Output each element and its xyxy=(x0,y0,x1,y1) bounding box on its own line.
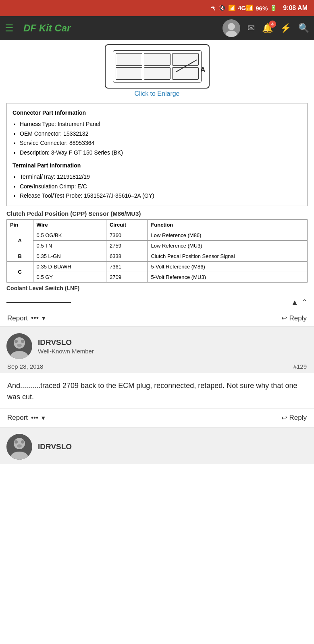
connector-info-item: OEM Connector: 15332132 xyxy=(20,129,302,139)
lightning-icon[interactable]: ⚡ xyxy=(280,23,291,33)
post-action-bar: Report ••• ▾ ↩ Reply xyxy=(0,409,314,427)
function-val: Low Reference (M86) xyxy=(148,230,308,241)
pin-cell-3 xyxy=(172,53,199,66)
report-label[interactable]: Report xyxy=(7,314,28,322)
signal-icon: 4G📶 xyxy=(238,4,254,12)
connector-info-list: Harness Type: Instrument Panel OEM Conne… xyxy=(20,120,302,158)
circuit-val: 2709 xyxy=(106,272,147,283)
wire-val: 0.35 L-GN xyxy=(33,251,106,262)
col-function: Function xyxy=(148,220,308,230)
terminal-info-title: Terminal Part Information xyxy=(12,161,302,171)
battery-icon: 🔋 xyxy=(270,4,277,12)
wifi-icon: 📶 xyxy=(228,4,236,12)
diagram-section: A Click to Enlarge xyxy=(0,40,314,103)
coolant-label: Coolant Level Switch (LNF) xyxy=(6,285,308,291)
reply-btn[interactable]: ↩ Reply xyxy=(281,314,307,322)
reply-btn[interactable]: ↩ Reply xyxy=(281,414,307,422)
mail-icon[interactable]: ✉ xyxy=(247,23,255,33)
post-footer-divider: ▲ ⌃ xyxy=(0,295,314,310)
pin-c: C xyxy=(7,262,33,283)
label-a: A xyxy=(200,66,205,74)
pin-cell-6 xyxy=(172,67,199,80)
bluetooth-icon: ⯲ xyxy=(210,5,216,12)
wire-val: 0.5 GY xyxy=(33,272,106,283)
chevron-up-icon[interactable]: ⌃ xyxy=(302,298,308,307)
circuit-val: 2759 xyxy=(106,241,147,251)
reply-label[interactable]: Reply xyxy=(289,414,307,422)
pin-b: B xyxy=(7,251,33,262)
report-label[interactable]: Report xyxy=(7,414,28,422)
pin-cell-4 xyxy=(116,67,142,80)
notification-badge: 4 xyxy=(269,21,276,28)
hamburger-menu[interactable]: ☰ xyxy=(5,23,14,34)
circuit-val: 7361 xyxy=(106,262,147,272)
first-post-action-bar: Report ••• ▾ ↩ Reply xyxy=(0,310,314,327)
post-username[interactable]: IDRVSLO xyxy=(38,442,72,451)
pin-cell-1 xyxy=(116,53,142,66)
diagram-inner xyxy=(113,50,202,83)
divider-line xyxy=(6,302,71,303)
reply-icon: ↩ xyxy=(281,414,287,422)
report-area[interactable]: Report ••• ▾ xyxy=(7,414,45,422)
reply-icon: ↩ xyxy=(281,314,287,322)
content: A Click to Enlarge Connector Part Inform… xyxy=(0,40,314,464)
post-text: And..........traced 2709 back to the ECM… xyxy=(7,380,307,403)
more-options-btn[interactable]: ••• xyxy=(31,414,38,422)
report-area[interactable]: Report ••• ▾ xyxy=(7,314,46,322)
sensor-label: Clutch Pedal Position (CPP) Sensor (M86/… xyxy=(6,210,308,217)
click-to-enlarge[interactable]: Click to Enlarge xyxy=(134,90,179,97)
post-user-info: IDRVSLO xyxy=(38,442,72,451)
post-user-role: Well-Known Member xyxy=(38,348,94,355)
wire-val: 0.35 D-BU/WH xyxy=(33,262,106,272)
circuit-val: 6338 xyxy=(106,251,147,262)
notification-bell[interactable]: 🔔 4 xyxy=(262,23,273,33)
svg-point-13 xyxy=(21,440,24,444)
avatar[interactable] xyxy=(223,19,240,37)
connector-info-item: Service Connector: 88953364 xyxy=(20,138,302,148)
reply-label[interactable]: Reply xyxy=(289,314,307,322)
circuit-val: 7360 xyxy=(106,230,147,241)
pin-cell-5 xyxy=(144,67,171,80)
terminal-info-item: Core/Insulation Crimp: E/C xyxy=(20,182,302,192)
navbar: ☰ DF Kit Car ✉ 🔔 4 ⚡ 🔍 xyxy=(0,16,314,40)
connector-info-item: Harness Type: Instrument Panel xyxy=(20,120,302,129)
wire-val: 0.5 TN xyxy=(33,241,106,251)
more-options-btn[interactable]: ••• xyxy=(31,314,39,322)
nav-arrow-btns: ▲ ⌃ xyxy=(291,298,308,307)
mute-icon: 🔇 xyxy=(218,4,226,12)
connector-diagram: A xyxy=(105,44,210,89)
status-bar: ⯲ 🔇 📶 4G📶 96% 🔋 9:08 AM xyxy=(0,0,314,16)
up-arrow-btn[interactable]: ▲ xyxy=(291,298,298,307)
third-post-card-partial: IDRVSLO xyxy=(0,427,314,464)
table-row: 0.5 GY 2709 5-Volt Reference (MU3) xyxy=(7,272,308,283)
connector-info-title: Connector Part Information xyxy=(12,108,302,118)
col-pin: Pin xyxy=(7,220,33,230)
search-icon[interactable]: 🔍 xyxy=(298,23,309,33)
post-username[interactable]: IDRVSLO xyxy=(38,338,94,347)
pin-table: Pin Wire Circuit Function A 0.5 OG/BK 73… xyxy=(6,219,308,283)
post-header: IDRVSLO Well-Known Member xyxy=(0,327,314,363)
avatar xyxy=(6,434,32,460)
svg-point-7 xyxy=(21,340,24,343)
post-meta: Sep 28, 2018 #129 xyxy=(0,363,314,373)
table-row: A 0.5 OG/BK 7360 Low Reference (M86) xyxy=(7,230,308,241)
chevron-down-icon[interactable]: ▾ xyxy=(42,314,46,322)
post-user-info: IDRVSLO Well-Known Member xyxy=(38,338,94,355)
svg-point-12 xyxy=(15,440,18,444)
status-icons: ⯲ 🔇 📶 4G📶 96% 🔋 xyxy=(210,4,277,12)
post-number: #129 xyxy=(293,363,307,370)
table-row: B 0.35 L-GN 6338 Clutch Pedal Position S… xyxy=(7,251,308,262)
chevron-down-icon[interactable]: ▾ xyxy=(42,414,45,422)
svg-point-8 xyxy=(17,344,22,347)
post-body: And..........traced 2709 back to the ECM… xyxy=(0,373,314,409)
svg-point-14 xyxy=(17,444,22,448)
battery-level: 96% xyxy=(256,5,268,12)
clock: 9:08 AM xyxy=(283,4,308,12)
connector-info-box: Connector Part Information Harness Type:… xyxy=(6,103,308,206)
col-wire: Wire xyxy=(33,220,106,230)
brand-name[interactable]: DF Kit Car xyxy=(23,23,216,34)
function-val: Low Reference (MU3) xyxy=(148,241,308,251)
terminal-info-item: Terminal/Tray: 12191812/19 xyxy=(20,172,302,182)
post-header-partial: IDRVSLO xyxy=(0,427,314,460)
pin-table-wrap: Pin Wire Circuit Function A 0.5 OG/BK 73… xyxy=(6,219,308,283)
